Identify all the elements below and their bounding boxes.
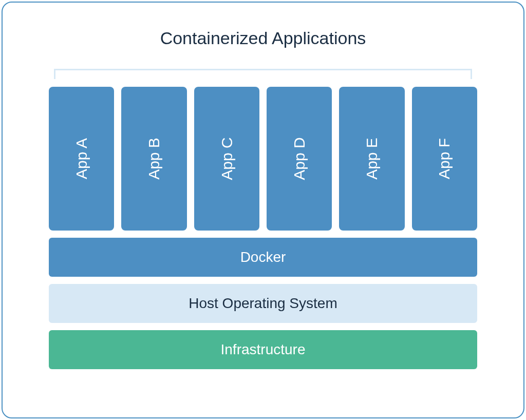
app-label: App C [218, 137, 235, 180]
app-label: App D [291, 137, 308, 180]
diagram-title: Containerized Applications [49, 28, 477, 48]
app-box-b: App B [121, 87, 186, 231]
app-label: App A [73, 138, 90, 179]
app-box-d: App D [267, 87, 332, 231]
diagram-container: Containerized Applications App A App B A… [2, 2, 524, 418]
layer-docker: Docker [49, 238, 477, 277]
layer-label: Host Operating System [189, 295, 337, 312]
app-box-e: App E [339, 87, 404, 231]
layer-infrastructure: Infrastructure [49, 330, 477, 369]
app-box-c: App C [194, 87, 259, 231]
app-label: App F [436, 138, 453, 179]
apps-row: App A App B App C App D App E App F [49, 87, 477, 231]
app-box-f: App F [412, 87, 477, 231]
app-label: App B [145, 138, 163, 180]
layer-label: Docker [240, 249, 286, 265]
apps-bracket [54, 69, 472, 79]
app-label: App E [363, 138, 381, 180]
layer-label: Infrastructure [221, 341, 306, 358]
layer-host-os: Host Operating System [49, 284, 477, 323]
app-box-a: App A [49, 87, 114, 231]
